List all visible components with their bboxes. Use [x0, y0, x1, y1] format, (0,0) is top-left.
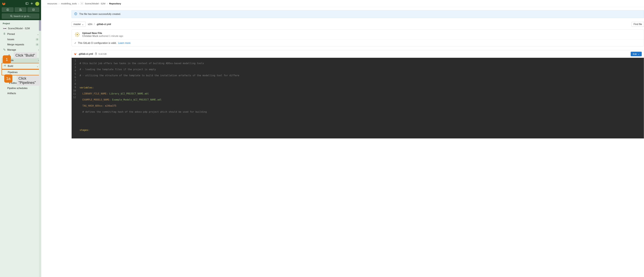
callout-badge-1a: 1a — [4, 75, 12, 83]
svg-point-17 — [76, 34, 78, 36]
check-icon: ✓ — [74, 42, 76, 45]
pinned-section[interactable]: Pinned ⌄ — [2, 31, 40, 37]
breadcrumb-item[interactable]: resources — [47, 2, 57, 5]
project-name: Scene2Model - S2M — [8, 27, 30, 30]
breadcrumb-sep: › — [78, 2, 79, 5]
chevron-down-icon: ⌄ — [36, 65, 38, 68]
breadcrumb-sep: › — [59, 2, 60, 5]
artifacts-label: Artifacts — [7, 92, 39, 95]
code-viewer: 123456789101112 # this build job offers … — [72, 58, 644, 138]
svg-point-23 — [78, 33, 79, 34]
mr-label: Merge requests — [7, 43, 34, 46]
sidebar-scrollbar[interactable] — [39, 20, 41, 277]
svg-point-16 — [76, 13, 76, 13]
breadcrumb-sep: › — [107, 2, 108, 5]
project-icon: S — [80, 2, 83, 5]
breadcrumb-current: Repository — [109, 2, 121, 5]
info-icon — [74, 13, 77, 16]
scrollbar-thumb[interactable] — [39, 20, 41, 31]
sidebar-nav: Project S2M Scene2Model - S2M Pinned ⌄ I… — [0, 20, 41, 277]
svg-rect-0 — [26, 3, 28, 5]
manage-icon — [3, 48, 6, 51]
breadcrumb: resources › modelling_tools › S Scene2Mo… — [41, 0, 644, 7]
code-lines[interactable]: # this build job offers two tasks in the… — [78, 58, 242, 138]
find-file-button[interactable]: Find file — [632, 22, 644, 27]
schedules-label: Pipeline schedules — [7, 87, 39, 90]
svg-point-21 — [79, 34, 80, 35]
line-gutter: 123456789101112 — [72, 58, 78, 138]
file-path: s2m / .gitlab-ci.yml — [88, 23, 111, 26]
branch-selector[interactable]: master ⌄ — [72, 22, 86, 27]
commit-author[interactable]: Christian Muck — [82, 35, 98, 37]
path-file[interactable]: .gitlab-ci.yml — [96, 23, 111, 26]
copy-icon[interactable] — [95, 53, 97, 56]
file-name: .gitlab-ci.yml — [78, 53, 93, 55]
sidebar: Search or go to... Project S2M Scene2Mod… — [0, 0, 41, 277]
issues-badge: 0 — [36, 38, 39, 41]
sidebar-item-pipeline-schedules[interactable]: Pipeline schedules — [2, 86, 40, 91]
chevron-down-icon: ⌄ — [638, 53, 640, 55]
svg-point-13 — [4, 50, 5, 51]
sidebar-item-issues[interactable]: Issues 0 — [2, 37, 40, 42]
sidebar-item-pipelines[interactable]: Pipelines — [2, 70, 40, 75]
commit-title[interactable]: Upload New File — [82, 32, 123, 35]
ci-valid-row: ✓ This GitLab CI configuration is valid.… — [72, 40, 644, 46]
issues-button[interactable] — [28, 8, 39, 12]
search-icon — [10, 15, 12, 17]
sidebar-item-merge-requests[interactable]: Merge requests 0 — [2, 42, 40, 47]
main-content: resources › modelling_tools › S Scene2Mo… — [41, 0, 644, 277]
sidebar-item-manage[interactable]: Manage › — [2, 47, 40, 53]
user-avatar[interactable] — [35, 2, 39, 6]
callout-text-1a: Click "Pipelines" — [17, 75, 40, 86]
edit-button[interactable]: Edit ⌄ — [631, 52, 642, 56]
file-size: 9.44 KiB — [98, 53, 106, 55]
breadcrumb-item[interactable]: Scene2Model - S2M — [85, 2, 106, 5]
project-section-label: Project — [2, 21, 40, 26]
callout-text-1: Click "Build" — [14, 52, 37, 58]
chevron-down-icon: ⌄ — [37, 33, 39, 36]
pipelines-label: Pipelines — [8, 71, 38, 74]
svg-point-20 — [75, 34, 76, 35]
pin-icon — [3, 33, 6, 36]
merge-requests-button[interactable] — [15, 8, 26, 12]
rocket-icon — [4, 65, 6, 68]
svg-point-7 — [20, 10, 20, 11]
branch-name: master — [74, 23, 81, 26]
project-icon: S2M — [3, 27, 6, 30]
svg-rect-26 — [95, 53, 96, 55]
search-input[interactable]: Search or go to... — [2, 14, 39, 19]
sidebar-header: Search or go to... — [0, 0, 41, 20]
breadcrumb-item[interactable]: modelling_tools — [61, 2, 77, 5]
search-label: Search or go to... — [14, 15, 31, 18]
sidebar-item-artifacts[interactable]: Artifacts — [2, 91, 40, 96]
svg-point-8 — [21, 10, 22, 11]
sidebar-item-build[interactable]: Build ⌄ — [2, 63, 40, 69]
sidebar-toggle-icon[interactable] — [26, 2, 28, 5]
gitlab-logo-icon[interactable] — [2, 2, 6, 6]
svg-line-11 — [12, 17, 12, 17]
commit-card: Upload New File Christian Muck authored … — [72, 30, 644, 46]
file-card: .gitlab-ci.yml 9.44 KiB Edit ⌄ 123456789… — [72, 50, 644, 139]
todos-button[interactable] — [2, 8, 14, 12]
mr-badge: 0 — [36, 43, 39, 46]
plus-icon[interactable] — [30, 2, 33, 5]
chevron-down-icon: ⌄ — [82, 23, 84, 26]
commit-time: 1 minute ago — [109, 35, 123, 37]
issues-label: Issues — [7, 38, 34, 41]
svg-point-10 — [10, 15, 12, 17]
svg-point-24 — [76, 36, 76, 36]
svg-point-19 — [77, 36, 78, 37]
success-alert: The file has been successfully created. — [72, 10, 644, 18]
build-label: Build — [8, 65, 35, 68]
gitlab-icon — [74, 52, 77, 56]
learn-more-link[interactable]: Learn more — [118, 42, 130, 45]
path-dir[interactable]: s2m — [88, 23, 92, 26]
svg-point-18 — [77, 32, 78, 33]
pinned-label: Pinned — [7, 33, 36, 36]
commit-avatar — [74, 32, 80, 38]
valid-text: This GitLab CI configuration is valid. — [78, 42, 116, 45]
project-item[interactable]: S2M Scene2Model - S2M — [2, 26, 40, 31]
svg-rect-4 — [7, 9, 9, 11]
svg-point-25 — [78, 36, 79, 36]
svg-point-6 — [20, 9, 20, 9]
